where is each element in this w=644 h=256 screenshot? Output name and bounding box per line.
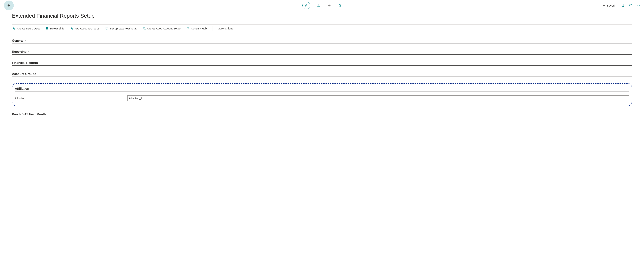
chevron-right-icon <box>39 62 41 64</box>
collapse-button[interactable] <box>636 4 640 7</box>
delete-button[interactable] <box>338 4 342 7</box>
info-icon: ? <box>45 27 48 30</box>
ledger-icon <box>105 27 108 30</box>
section-purch-vat[interactable]: Purch. VAT Next Month <box>12 112 632 117</box>
svg-rect-9 <box>187 28 189 29</box>
svg-point-8 <box>144 29 146 30</box>
chevron-right-icon <box>47 113 49 115</box>
pencil-icon <box>304 4 308 7</box>
action-create-setup-data[interactable]: Create Setup Data <box>12 26 40 31</box>
back-button[interactable] <box>4 1 14 10</box>
trash-icon <box>338 4 342 7</box>
saved-label: Saved <box>607 4 614 7</box>
chevron-right-icon <box>28 51 30 53</box>
affiliation-highlight: Affiliation Affiliation <box>12 83 632 106</box>
share-icon <box>317 4 320 7</box>
action-gl-account-groups[interactable]: G/L Account Groups <box>70 26 100 31</box>
section-general[interactable]: General <box>12 39 632 43</box>
affiliation-label: Affiliation <box>15 97 27 100</box>
svg-point-1 <box>14 28 15 30</box>
chart-icon <box>142 27 146 30</box>
action-bar: Create Setup Data ? Releaseinfo G/L Acco… <box>12 24 632 32</box>
page-title: Extended Financial Reports Setup <box>12 13 632 19</box>
affiliation-input[interactable] <box>127 95 629 101</box>
hub-icon <box>186 27 190 30</box>
dots-filler <box>28 98 126 98</box>
chevron-right-icon <box>37 73 39 75</box>
saved-indicator: Saved <box>603 4 614 7</box>
gear-icon <box>70 27 74 30</box>
plus-icon <box>328 4 331 7</box>
popout-icon <box>629 4 632 7</box>
share-button[interactable] <box>317 4 320 7</box>
gear-icon <box>12 27 16 30</box>
collapse-icon <box>636 4 640 7</box>
action-releaseinfo[interactable]: ? Releaseinfo <box>45 26 65 31</box>
svg-point-5 <box>72 28 73 30</box>
bookmark-icon <box>621 4 625 7</box>
section-reporting[interactable]: Reporting <box>12 50 632 55</box>
separator <box>212 26 212 31</box>
chevron-right-icon <box>24 40 27 42</box>
svg-point-4 <box>71 28 72 29</box>
new-button[interactable] <box>328 4 331 7</box>
edit-button[interactable] <box>302 2 310 9</box>
section-affiliation[interactable]: Affiliation <box>15 87 629 91</box>
svg-point-0 <box>13 28 14 29</box>
svg-text:?: ? <box>46 28 48 30</box>
action-create-aged-account[interactable]: Create Aged Account Setup <box>142 26 181 31</box>
popout-button[interactable] <box>629 4 632 7</box>
action-continia-hub[interactable]: Continia Hub <box>186 26 207 31</box>
field-row-affiliation: Affiliation <box>15 95 629 101</box>
more-options[interactable]: More options <box>218 27 233 30</box>
section-financial-reports[interactable]: Financial Reports <box>12 61 632 66</box>
arrow-left-icon <box>7 4 11 8</box>
svg-rect-6 <box>106 27 108 29</box>
check-icon <box>603 4 606 7</box>
action-set-up-last-posting[interactable]: Set up Last Posting at <box>105 26 137 31</box>
bookmark-button[interactable] <box>621 4 625 7</box>
section-account-groups[interactable]: Account Groups <box>12 72 632 77</box>
